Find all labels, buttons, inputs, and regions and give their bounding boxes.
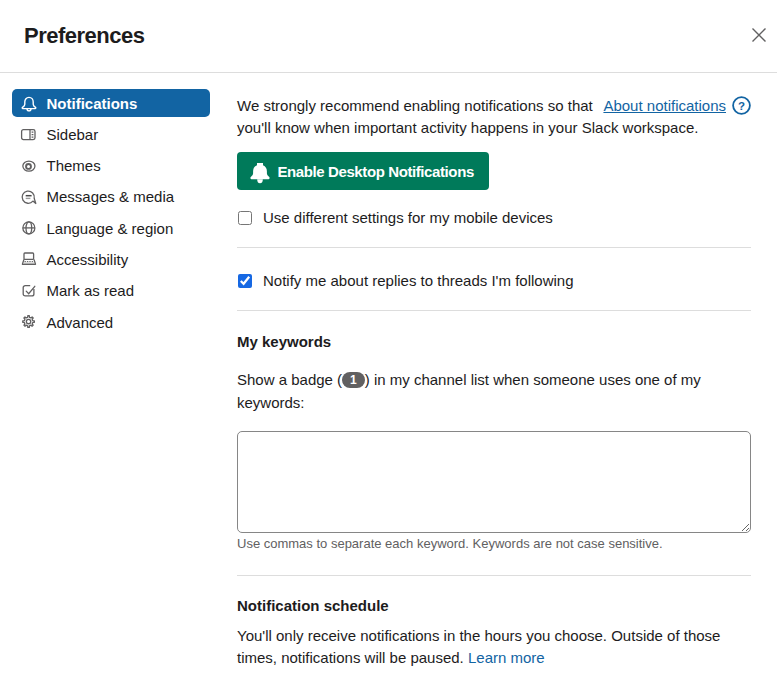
svg-text:?: ? — [738, 100, 745, 112]
